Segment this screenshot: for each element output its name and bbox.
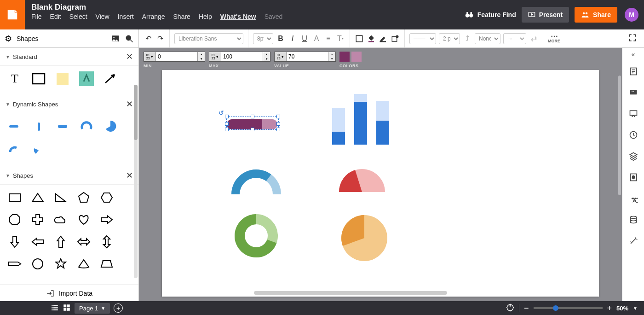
value-input[interactable]: 0123 ▾ ▴▾ bbox=[274, 52, 336, 62]
pie-chart-shape[interactable] bbox=[339, 213, 390, 263]
halfarc-dynamic[interactable] bbox=[6, 142, 23, 158]
max-input[interactable]: 0123 ▾ ▴▾ bbox=[209, 52, 270, 62]
menu-select[interactable]: Select bbox=[69, 13, 87, 20]
grid-view-icon[interactable] bbox=[63, 303, 71, 313]
menu-whats-new[interactable]: What's New bbox=[220, 13, 256, 20]
comments-icon[interactable]: "" bbox=[622, 82, 644, 103]
undo-icon[interactable]: ↶ bbox=[144, 34, 153, 43]
feature-find-button[interactable]: Feature Find bbox=[465, 10, 516, 19]
heart-shape[interactable] bbox=[75, 211, 92, 228]
section-standard-header[interactable]: ▼ Standard ✕ bbox=[0, 48, 138, 66]
pentagon-shape[interactable] bbox=[75, 189, 92, 206]
zoom-slider[interactable] bbox=[534, 307, 603, 309]
swap-arrows-icon[interactable]: ⇄ bbox=[529, 34, 538, 43]
section-dynamic-header[interactable]: ▼ Dynamic Shapes ✕ bbox=[0, 95, 138, 113]
text-shape[interactable]: T bbox=[6, 70, 23, 87]
arrow-down-shape[interactable] bbox=[6, 233, 23, 250]
menu-share[interactable]: Share bbox=[173, 13, 190, 20]
gear-icon[interactable]: ⚙ bbox=[5, 34, 12, 44]
double-arrow-v-shape[interactable] bbox=[98, 233, 115, 250]
close-icon[interactable]: ✕ bbox=[126, 170, 133, 181]
block-shape[interactable] bbox=[30, 70, 47, 87]
color-swatch-2[interactable] bbox=[351, 52, 362, 62]
line-route-icon[interactable]: ⤴ bbox=[463, 34, 472, 43]
image-icon[interactable] bbox=[111, 34, 120, 43]
sidebar-scrollbar[interactable] bbox=[134, 85, 138, 278]
stroke-width-select[interactable]: 2 px bbox=[439, 33, 460, 44]
app-logo[interactable] bbox=[0, 0, 25, 29]
double-arrow-h-shape[interactable] bbox=[75, 233, 92, 250]
color-swatch-1[interactable] bbox=[339, 52, 350, 62]
right-triangle-shape[interactable] bbox=[52, 189, 69, 206]
octagon-shape[interactable] bbox=[6, 211, 23, 228]
arc-gauge-shape[interactable] bbox=[231, 167, 282, 199]
rect-shape[interactable] bbox=[6, 189, 23, 206]
magic-icon[interactable] bbox=[622, 230, 644, 251]
zoom-out-button[interactable]: − bbox=[524, 303, 529, 313]
star-shape[interactable] bbox=[52, 256, 69, 272]
min-input[interactable]: 0123 ▾ ▴▾ bbox=[144, 52, 205, 62]
target-icon[interactable] bbox=[506, 303, 514, 313]
share-button[interactable]: Share bbox=[575, 7, 617, 23]
present-button[interactable]: Present bbox=[522, 7, 569, 23]
hotspot-shape[interactable] bbox=[78, 70, 95, 87]
user-avatar[interactable]: M bbox=[625, 8, 638, 22]
horizontal-scrollbar[interactable] bbox=[254, 291, 447, 295]
triangle-shape[interactable] bbox=[29, 189, 46, 206]
vbar-dynamic[interactable] bbox=[30, 118, 47, 134]
font-size-select[interactable]: 8pt bbox=[253, 33, 273, 44]
circle-shape[interactable] bbox=[29, 256, 46, 272]
pie-dynamic[interactable] bbox=[102, 118, 119, 134]
bar-chart-shape[interactable] bbox=[332, 89, 389, 145]
cone-shape[interactable] bbox=[75, 256, 92, 272]
document-title[interactable]: Blank Diagram bbox=[31, 3, 458, 12]
border-color-icon[interactable] bbox=[379, 34, 388, 43]
close-icon[interactable]: ✕ bbox=[126, 99, 133, 109]
shape-options-icon[interactable] bbox=[391, 34, 400, 43]
data-icon[interactable] bbox=[622, 209, 644, 230]
add-page-button[interactable]: + bbox=[114, 303, 123, 313]
shape-fill-icon[interactable] bbox=[355, 34, 364, 43]
arc-dynamic[interactable] bbox=[78, 118, 95, 134]
menu-file[interactable]: File bbox=[31, 13, 42, 20]
list-view-icon[interactable] bbox=[51, 303, 59, 313]
note-shape[interactable] bbox=[54, 70, 71, 87]
arrow-left-shape[interactable] bbox=[29, 233, 46, 250]
bold-icon[interactable]: B bbox=[276, 34, 285, 43]
hexagon-shape[interactable] bbox=[98, 189, 115, 206]
text-options-icon[interactable]: T▾ bbox=[336, 34, 345, 43]
pill-dynamic[interactable] bbox=[54, 118, 71, 134]
chevron-down-icon[interactable]: ▼ bbox=[633, 306, 638, 311]
canvas-page[interactable]: ↺ bbox=[162, 70, 599, 297]
chat-icon[interactable] bbox=[622, 188, 644, 209]
menu-help[interactable]: Help bbox=[199, 13, 212, 20]
line-style-select[interactable]: ─── bbox=[409, 33, 436, 44]
fullscreen-icon[interactable] bbox=[621, 34, 644, 44]
fill-icon[interactable] bbox=[622, 167, 644, 188]
align-icon[interactable]: ≡ bbox=[324, 34, 333, 43]
rotate-handle-icon[interactable]: ↺ bbox=[218, 109, 224, 117]
close-icon[interactable]: ✕ bbox=[126, 52, 133, 62]
hbar-dynamic[interactable] bbox=[6, 118, 23, 134]
canvas-scrollbar[interactable] bbox=[618, 76, 621, 195]
trapezoid-shape[interactable] bbox=[98, 256, 115, 272]
menu-insert[interactable]: Insert bbox=[118, 13, 134, 20]
redo-icon[interactable]: ↷ bbox=[155, 34, 165, 43]
zoom-in-button[interactable]: + bbox=[607, 303, 612, 313]
font-select[interactable]: Liberation Sans bbox=[174, 33, 243, 44]
cross-shape[interactable] bbox=[29, 211, 46, 228]
search-icon[interactable] bbox=[125, 34, 134, 43]
arrow-end-select[interactable]: → bbox=[503, 33, 526, 44]
notes-icon[interactable] bbox=[622, 61, 644, 82]
semicircle-gauge-shape[interactable] bbox=[337, 167, 387, 194]
cloud-shape[interactable] bbox=[52, 211, 69, 228]
selected-shape-progress-pill[interactable]: ↺ bbox=[226, 116, 279, 130]
underline-icon[interactable]: U bbox=[300, 34, 309, 43]
collapse-panel-icon[interactable]: « bbox=[632, 51, 635, 61]
zoom-level[interactable]: 50% bbox=[616, 305, 628, 312]
history-icon[interactable] bbox=[622, 124, 644, 146]
flag-shape[interactable] bbox=[6, 256, 23, 272]
line-shape[interactable] bbox=[102, 70, 119, 87]
text-color-icon[interactable]: A bbox=[312, 34, 321, 43]
italic-icon[interactable]: I bbox=[288, 34, 297, 43]
